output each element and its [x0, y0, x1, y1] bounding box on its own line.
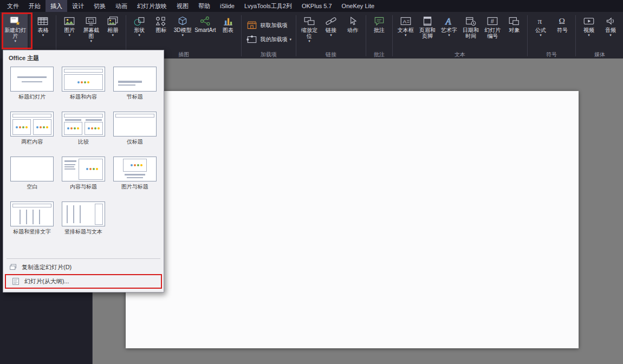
- button-label: 动作: [347, 27, 358, 33]
- layout-option-content-caption[interactable]: 内容与标题: [58, 157, 109, 190]
- button-label: 新建幻灯片: [4, 27, 27, 39]
- layout-thumbnail: [62, 67, 105, 92]
- zoom-button[interactable]: 缩放定位▾: [298, 13, 320, 51]
- button-label: 图表: [223, 27, 233, 33]
- menu-tab-view[interactable]: 视图: [172, 0, 193, 12]
- svg-text:A: A: [445, 16, 451, 27]
- layout-thumbnail: [62, 202, 105, 226]
- layout-option-title-vertical[interactable]: 标题和竖排文字: [7, 202, 58, 235]
- wordart-button[interactable]: A艺术字▾: [438, 13, 460, 51]
- layout-option-title[interactable]: 标题幻灯片: [7, 67, 58, 100]
- layout-option-blank[interactable]: 空白: [7, 157, 58, 190]
- content-placeholder-icons: [131, 164, 142, 166]
- slides-from-outline[interactable]: 幻灯片(从大纲)...: [5, 274, 162, 289]
- ribbon-group-5: 缩放定位▾链接▾动作链接: [297, 13, 365, 58]
- comment-button[interactable]: 批注: [368, 13, 390, 51]
- menu-tab-insert[interactable]: 插入: [46, 0, 67, 12]
- group-divider: [241, 15, 242, 56]
- chevron-down-icon: ▾: [308, 39, 310, 43]
- 3d-models-button[interactable]: 3D模型▾: [172, 13, 193, 51]
- layout-sketch: [26, 210, 27, 224]
- ribbon-group-buttons: 获取加载项我的加载项▾: [244, 13, 294, 51]
- button-label: 日期和时间: [461, 27, 481, 39]
- equation-icon: π: [535, 15, 547, 27]
- layout-sketch: [65, 119, 81, 121]
- layout-option-title-content[interactable]: 标题和内容: [58, 67, 109, 100]
- action-button[interactable]: 动作: [342, 13, 364, 51]
- layout-grid: 标题幻灯片标题和内容节标题两栏内容比较仅标题空白内容与标题图片与标题标题和竖排文…: [3, 63, 164, 257]
- layout-sketch: [118, 81, 142, 83]
- duplicate-selected-slides[interactable]: 复制选定幻灯片(D): [3, 261, 164, 273]
- layout-option-title-only[interactable]: 仅标题: [109, 112, 160, 145]
- menu-tab-help[interactable]: 帮助: [193, 0, 215, 12]
- screenshot-icon: [85, 15, 97, 27]
- text-box-button[interactable]: A文本框▾: [395, 13, 417, 51]
- group-divider: [392, 15, 393, 56]
- layout-sketch: [22, 81, 42, 82]
- layout-sketch: [80, 205, 81, 223]
- chart-icon: [222, 15, 234, 27]
- symbol-button[interactable]: Ω符号: [551, 13, 573, 51]
- chevron-down-icon: ▾: [405, 33, 407, 37]
- pictures-button[interactable]: 图片▾: [59, 13, 80, 51]
- layout-option-comparison[interactable]: 比较: [58, 112, 109, 145]
- puzzle-icon: [246, 34, 258, 44]
- layout-thumbnail: [113, 112, 157, 136]
- shapes-button[interactable]: 形状▾: [128, 13, 150, 51]
- link-button[interactable]: 链接▾: [320, 13, 342, 51]
- menu-tab-okplus[interactable]: OKPlus 5.7: [297, 0, 337, 12]
- video-button[interactable]: 视频▾: [578, 13, 600, 51]
- menu-tab-home[interactable]: 开始: [24, 0, 46, 12]
- ribbon-tab-bar: 文件开始插入设计切换动画幻灯片放映视图帮助iSlideLvyaTools工具2列…: [0, 0, 623, 12]
- photo-album-button[interactable]: 相册▾: [102, 13, 124, 51]
- menu-tab-slideshow[interactable]: 幻灯片放映: [132, 0, 172, 12]
- date-time-button[interactable]: 日期和时间: [460, 13, 482, 51]
- menu-tab-file[interactable]: 文件: [2, 0, 24, 12]
- header-footer-button[interactable]: 页眉和页脚: [417, 13, 438, 51]
- cube-icon: [177, 15, 189, 27]
- ribbon-group-buttons: 图片▾屏幕截图▾相册▾: [59, 13, 124, 51]
- table-button[interactable]: 表格▾: [32, 13, 54, 51]
- layout-option-two-content[interactable]: 两栏内容: [7, 112, 58, 145]
- menu-tab-lvyatools[interactable]: LvyaTools工具2列: [239, 0, 297, 12]
- layout-option-vertical-title[interactable]: 竖排标题与文本: [58, 202, 109, 235]
- chevron-down-icon: ▾: [448, 33, 450, 37]
- content-placeholder-icons: [77, 81, 89, 83]
- ribbon-group-label: 符号: [530, 51, 573, 58]
- slide-number-button[interactable]: #幻灯片编号: [482, 13, 503, 51]
- datetime-icon: [465, 15, 477, 27]
- chevron-down-icon: ▾: [290, 37, 292, 41]
- smartart-icon: [199, 15, 211, 27]
- editing-area: [93, 58, 623, 364]
- chevron-down-icon: ▾: [540, 33, 542, 37]
- button-label: 视频: [583, 27, 594, 33]
- audio-button[interactable]: 音频▾: [600, 13, 621, 51]
- new-slide-button[interactable]: 新建幻灯片▾: [3, 13, 28, 51]
- menu-tab-design[interactable]: 设计: [67, 0, 89, 12]
- equation-button[interactable]: π公式▾: [530, 13, 551, 51]
- layout-option-section[interactable]: 节标题: [109, 67, 160, 100]
- icons-button[interactable]: 图标: [150, 13, 172, 51]
- chart-button[interactable]: 图表: [217, 13, 239, 51]
- content-placeholder-icons: [86, 168, 98, 170]
- layout-sketch: [64, 114, 103, 118]
- get-add-ins-button[interactable]: 获取加载项: [244, 19, 288, 31]
- powerpoint-window: 文件开始插入设计切换动画幻灯片放映视图帮助iSlideLvyaTools工具2列…: [0, 0, 623, 364]
- menu-tab-animations[interactable]: 动画: [111, 0, 132, 12]
- button-label: 公式: [535, 27, 546, 33]
- menu-tab-onekey[interactable]: OneKey Lite: [337, 0, 380, 12]
- menu-tab-islide[interactable]: iSlide: [215, 0, 239, 12]
- button-label: 对象: [509, 27, 520, 33]
- group-divider: [366, 15, 366, 56]
- new-slide-icon: [9, 15, 21, 27]
- layout-option-picture-caption[interactable]: 图片与标题: [109, 157, 160, 190]
- screenshot-button[interactable]: 屏幕截图▾: [80, 13, 102, 51]
- my-add-ins-button[interactable]: 我的加载项▾: [244, 33, 294, 45]
- menu-tab-transitions[interactable]: 切换: [89, 0, 111, 12]
- object-button[interactable]: 对象: [503, 13, 525, 51]
- icons-icon: [155, 15, 167, 27]
- svg-text:#: #: [491, 18, 495, 24]
- smartart-button[interactable]: SmartArt: [193, 13, 217, 51]
- ribbon-group-buttons: 形状▾图标3D模型▾SmartArt图表: [128, 13, 238, 51]
- slide-canvas[interactable]: [126, 91, 579, 348]
